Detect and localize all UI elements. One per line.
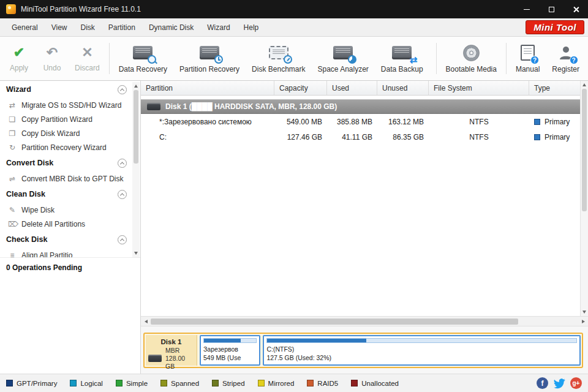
item-label: Migrate OS to SSD/HD Wizard xyxy=(21,101,121,110)
legend-bar: GPT/Primary Logical Simple Spanned Strip… xyxy=(0,374,588,392)
legend-spanned: Spanned xyxy=(160,380,199,387)
menu-general[interactable]: General xyxy=(5,18,45,36)
partition-block-c-drive[interactable]: C:(NTFS) 127.5 GB (Used: 32%) xyxy=(263,335,581,366)
legend-color-swatch xyxy=(70,380,77,386)
column-file-system[interactable]: File System xyxy=(429,81,529,95)
primary-type-icon xyxy=(534,119,540,125)
close-icon xyxy=(573,6,579,13)
column-unused[interactable]: Unused xyxy=(377,81,429,95)
scrollbar-thumb[interactable] xyxy=(582,89,587,211)
partition-name: C: xyxy=(141,129,274,145)
column-used[interactable]: Used xyxy=(327,81,377,95)
legend-gpt-primary: GPT/Primary xyxy=(6,380,57,387)
scroll-up-icon[interactable] xyxy=(134,85,138,88)
legend-striped: Striped xyxy=(212,380,244,387)
sidebar-item-migrate-os[interactable]: ⇄ Migrate OS to SSD/HD Wizard xyxy=(0,98,132,112)
manual-button[interactable]: ? Manual xyxy=(510,37,546,80)
data-backup-label: Data Backup xyxy=(381,65,423,74)
migrate-icon: ⇄ xyxy=(8,101,17,110)
bootable-media-button[interactable]: Bootable Media xyxy=(440,37,503,80)
legend-color-swatch xyxy=(307,380,314,386)
menu-view[interactable]: View xyxy=(45,18,74,36)
sidebar-item-delete-all-partitions[interactable]: ⌦ Delete All Partitions xyxy=(0,217,132,231)
register-label: Register xyxy=(552,65,579,74)
sidebar-item-align-all-partitions[interactable]: ≡ Align All Partitio xyxy=(0,248,132,257)
scroll-down-icon[interactable] xyxy=(134,252,138,255)
sidebar-item-copy-disk[interactable]: ❐ Copy Disk Wizard xyxy=(0,126,132,140)
scrollbar-thumb[interactable] xyxy=(151,318,518,325)
unused-value: 86.35 GB xyxy=(377,129,429,145)
discard-button[interactable]: ✕ Discard xyxy=(69,37,106,80)
wipe-disk-icon: ✎ xyxy=(8,206,17,214)
disk-icon xyxy=(148,355,162,362)
apply-button[interactable]: ✔ Apply xyxy=(2,37,36,80)
partition-recovery-label: Partition Recovery xyxy=(179,65,239,74)
column-type[interactable]: Type xyxy=(529,81,580,95)
twitter-icon[interactable] xyxy=(553,377,565,390)
sidebar-item-convert-mbr-gpt[interactable]: ⇌ Convert MBR Disk to GPT Disk xyxy=(0,172,132,186)
collapse-chevron-icon[interactable] xyxy=(118,190,127,199)
data-recovery-button[interactable]: Data Recovery xyxy=(113,37,173,80)
disk-benchmark-button[interactable]: Disk Benchmark xyxy=(246,37,311,80)
facebook-icon[interactable]: f xyxy=(537,377,548,389)
partition-block-system-reserved[interactable]: Зарезервов 549 MB (Use xyxy=(200,335,260,366)
sidebar-scrollbar[interactable] xyxy=(132,82,140,257)
minimize-button[interactable] xyxy=(514,0,539,18)
collapse-chevron-icon[interactable] xyxy=(118,85,127,94)
table-row-c-drive[interactable]: C: 127.46 GB 41.11 GB 86.35 GB NTFS Prim… xyxy=(141,129,580,145)
legend-label: GPT/Primary xyxy=(17,380,57,387)
table-vertical-scrollbar[interactable] xyxy=(580,81,588,316)
sidebar-section-convert-disk[interactable]: Convert Disk xyxy=(0,154,132,172)
legend-raid5: RAID5 xyxy=(307,380,338,387)
undo-button[interactable]: ↶ Undo xyxy=(36,37,69,80)
scroll-left-icon[interactable] xyxy=(141,317,151,326)
scroll-up-icon[interactable] xyxy=(582,83,586,86)
partition-size: 127.5 GB (Used: 32%) xyxy=(266,353,577,362)
menu-help[interactable]: Help xyxy=(237,18,266,36)
disk-1-banner-row[interactable]: Disk 1 (████ HARDDISK SATA, MBR, 128.00 … xyxy=(141,99,580,114)
sidebar-section-check-disk[interactable]: Check Disk xyxy=(0,231,132,248)
menubar: General View Disk Partition Dynamic Disk… xyxy=(0,18,588,37)
collapse-chevron-icon[interactable] xyxy=(118,235,127,244)
partition-recovery-button[interactable]: Partition Recovery xyxy=(173,37,246,80)
table-header: Partition Capacity Used Unused File Syst… xyxy=(141,81,580,96)
table-horizontal-scrollbar[interactable] xyxy=(141,316,588,326)
table-row-system-reserved[interactable]: *:Зарезервовано системою 549.00 MB 385.8… xyxy=(141,114,580,129)
register-button[interactable]: ? Register xyxy=(546,37,586,80)
legend-color-swatch xyxy=(258,380,265,386)
minitool-logo[interactable]: Mini Tool xyxy=(526,20,584,34)
scroll-down-icon[interactable] xyxy=(582,311,586,314)
data-backup-button[interactable]: ⇄ Data Backup xyxy=(375,37,429,80)
manual-book-icon: ? xyxy=(521,43,535,62)
menu-dynamic-disk[interactable]: Dynamic Disk xyxy=(142,18,200,36)
minimize-icon xyxy=(524,9,530,10)
titlebar: MiniTool Partition Wizard Free 11.0.1 xyxy=(0,0,588,18)
maximize-button[interactable] xyxy=(539,0,564,18)
sidebar-item-partition-recovery[interactable]: ↻ Partition Recovery Wizard xyxy=(0,140,132,154)
disk-info: MBR 128.00 GB xyxy=(165,347,194,371)
disk-1-map-block[interactable]: Disk 1 MBR 128.00 GB xyxy=(146,335,197,366)
copy-partition-icon: ❏ xyxy=(8,115,17,124)
menu-partition[interactable]: Partition xyxy=(102,18,142,36)
sidebar-item-copy-partition[interactable]: ❏ Copy Partition Wizard xyxy=(0,112,132,126)
menu-disk[interactable]: Disk xyxy=(74,18,102,36)
disk-benchmark-icon xyxy=(269,43,288,62)
sidebar-section-clean-disk[interactable]: Clean Disk xyxy=(0,186,132,203)
menu-wizard[interactable]: Wizard xyxy=(200,18,236,36)
column-partition[interactable]: Partition xyxy=(141,81,274,95)
scroll-right-icon[interactable] xyxy=(578,317,588,326)
type-value: Primary xyxy=(545,133,570,141)
legend-label: RAID5 xyxy=(317,380,338,387)
google-plus-icon[interactable]: g+ xyxy=(570,377,582,389)
table-empty-space xyxy=(141,145,580,316)
legend-color-swatch xyxy=(6,380,13,386)
data-backup-icon: ⇄ xyxy=(392,43,412,62)
collapse-chevron-icon[interactable] xyxy=(118,159,127,168)
item-label: Copy Disk Wizard xyxy=(21,129,80,138)
sidebar-section-wizard[interactable]: Wizard xyxy=(0,81,132,98)
close-button[interactable] xyxy=(564,0,588,18)
scrollbar-thumb[interactable] xyxy=(134,90,138,164)
space-analyzer-button[interactable]: Space Analyzer xyxy=(311,37,374,80)
column-capacity[interactable]: Capacity xyxy=(274,81,327,95)
sidebar-item-wipe-disk[interactable]: ✎ Wipe Disk xyxy=(0,203,132,217)
